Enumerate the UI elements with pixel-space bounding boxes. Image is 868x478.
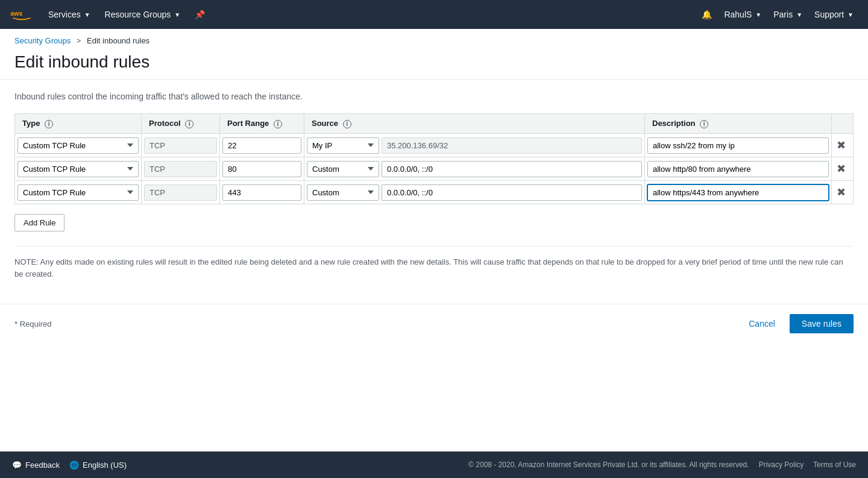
support-menu[interactable]: Support ▼ bbox=[810, 7, 858, 22]
resource-groups-caret-icon: ▼ bbox=[174, 11, 180, 18]
rule-port-cell bbox=[220, 181, 304, 204]
notifications-button[interactable]: 🔔 bbox=[697, 7, 717, 22]
note-section: NOTE: Any edits made on existing rules w… bbox=[14, 246, 854, 280]
main-content: Inbound rules control the incoming traff… bbox=[0, 80, 868, 304]
col-header-type: Type i bbox=[15, 114, 142, 134]
protocol-field bbox=[144, 184, 217, 201]
rule-source-cell: My IPCustomAnywhere0.0.0.0/0 bbox=[304, 134, 645, 157]
breadcrumb: Security Groups > Edit inbound rules bbox=[0, 29, 868, 48]
save-rules-button[interactable]: Save rules bbox=[790, 314, 854, 333]
rules-table: Type i Protocol i Port Range i Source i … bbox=[14, 113, 854, 204]
protocol-field bbox=[144, 161, 217, 177]
description-input[interactable] bbox=[647, 137, 829, 154]
remove-rule-button[interactable]: ✖ bbox=[834, 136, 848, 154]
col-header-port-range: Port Range i bbox=[220, 114, 304, 134]
table-row: Custom TCP RuleCustom UDP RuleCustom ICM… bbox=[15, 134, 854, 157]
source-info-icon[interactable]: i bbox=[343, 120, 351, 128]
support-caret-icon: ▼ bbox=[848, 11, 854, 18]
footer-actions: * Required Cancel Save rules bbox=[0, 304, 868, 343]
breadcrumb-parent-link[interactable]: Security Groups bbox=[14, 36, 71, 45]
port-input[interactable] bbox=[222, 184, 301, 201]
port-input[interactable] bbox=[222, 137, 301, 154]
col-header-protocol: Protocol i bbox=[142, 114, 220, 134]
resource-groups-menu[interactable]: Resource Groups ▼ bbox=[100, 7, 186, 22]
col-header-action bbox=[832, 114, 854, 134]
protocol-field bbox=[144, 137, 217, 154]
description-input[interactable] bbox=[647, 161, 829, 177]
remove-rule-button[interactable]: ✖ bbox=[834, 160, 848, 178]
rule-source-cell: My IPCustomAnywhere0.0.0.0/0 bbox=[304, 181, 645, 204]
page-description: Inbound rules control the incoming traff… bbox=[14, 92, 854, 101]
required-label: * Required bbox=[14, 319, 51, 329]
note-text: NOTE: Any edits made on existing rules w… bbox=[14, 256, 854, 280]
source-value-input[interactable] bbox=[382, 184, 642, 201]
bell-icon: 🔔 bbox=[702, 10, 712, 19]
col-header-source: Source i bbox=[304, 114, 645, 134]
remove-rule-button[interactable]: ✖ bbox=[834, 183, 848, 201]
page-title: Edit inbound rules bbox=[0, 48, 868, 80]
source-type-select[interactable]: My IPCustomAnywhere0.0.0.0/0 bbox=[307, 137, 379, 154]
source-type-select[interactable]: My IPCustomAnywhere0.0.0.0/0 bbox=[307, 184, 379, 201]
type-info-icon[interactable]: i bbox=[45, 120, 53, 128]
rule-type-select[interactable]: Custom TCP RuleCustom UDP RuleCustom ICM… bbox=[17, 184, 139, 201]
rule-port-cell bbox=[220, 134, 304, 157]
description-input[interactable] bbox=[647, 184, 829, 201]
services-caret-icon: ▼ bbox=[84, 11, 90, 18]
table-row: Custom TCP RuleCustom UDP RuleCustom ICM… bbox=[15, 181, 854, 204]
breadcrumb-current: Edit inbound rules bbox=[87, 36, 149, 45]
top-navigation: aws Services ▼ Resource Groups ▼ 📌 🔔 Rah… bbox=[0, 0, 868, 29]
rule-protocol-cell bbox=[142, 134, 220, 157]
rule-description-cell bbox=[645, 181, 832, 204]
desc-info-icon[interactable]: i bbox=[700, 120, 708, 128]
rule-protocol-cell bbox=[142, 157, 220, 181]
rule-remove-cell: ✖ bbox=[832, 134, 854, 157]
col-header-description: Description i bbox=[645, 114, 832, 134]
services-menu[interactable]: Services ▼ bbox=[43, 7, 95, 22]
source-value-input bbox=[382, 137, 642, 154]
rule-source-cell: My IPCustomAnywhere0.0.0.0/0 bbox=[304, 157, 645, 181]
region-caret-icon: ▼ bbox=[796, 11, 802, 18]
rule-type-cell: Custom TCP RuleCustom UDP RuleCustom ICM… bbox=[15, 181, 142, 204]
breadcrumb-separator: > bbox=[77, 36, 81, 45]
rule-description-cell bbox=[645, 157, 832, 181]
source-value-input[interactable] bbox=[382, 161, 642, 177]
source-type-select[interactable]: My IPCustomAnywhere0.0.0.0/0 bbox=[307, 161, 379, 177]
pin-icon[interactable]: 📌 bbox=[190, 7, 210, 22]
rule-type-cell: Custom TCP RuleCustom UDP RuleCustom ICM… bbox=[15, 134, 142, 157]
port-info-icon[interactable]: i bbox=[274, 120, 282, 128]
action-buttons: Cancel Save rules bbox=[741, 314, 854, 333]
rule-type-select[interactable]: Custom TCP RuleCustom UDP RuleCustom ICM… bbox=[17, 161, 139, 177]
rule-remove-cell: ✖ bbox=[832, 181, 854, 204]
user-caret-icon: ▼ bbox=[755, 11, 761, 18]
right-nav-actions: 🔔 RahulS ▼ Paris ▼ Support ▼ bbox=[697, 7, 858, 22]
rule-port-cell bbox=[220, 157, 304, 181]
svg-text:aws: aws bbox=[10, 9, 22, 16]
protocol-info-icon[interactable]: i bbox=[185, 120, 193, 128]
port-input[interactable] bbox=[222, 161, 301, 177]
rule-type-cell: Custom TCP RuleCustom UDP RuleCustom ICM… bbox=[15, 157, 142, 181]
user-menu[interactable]: RahulS ▼ bbox=[719, 7, 766, 22]
add-rule-button[interactable]: Add Rule bbox=[14, 214, 64, 231]
aws-logo[interactable]: aws bbox=[10, 5, 39, 24]
region-menu[interactable]: Paris ▼ bbox=[769, 7, 807, 22]
rule-description-cell bbox=[645, 134, 832, 157]
rule-remove-cell: ✖ bbox=[832, 157, 854, 181]
table-row: Custom TCP RuleCustom UDP RuleCustom ICM… bbox=[15, 157, 854, 181]
cancel-button[interactable]: Cancel bbox=[741, 315, 782, 332]
rule-protocol-cell bbox=[142, 181, 220, 204]
rule-type-select[interactable]: Custom TCP RuleCustom UDP RuleCustom ICM… bbox=[17, 137, 139, 154]
